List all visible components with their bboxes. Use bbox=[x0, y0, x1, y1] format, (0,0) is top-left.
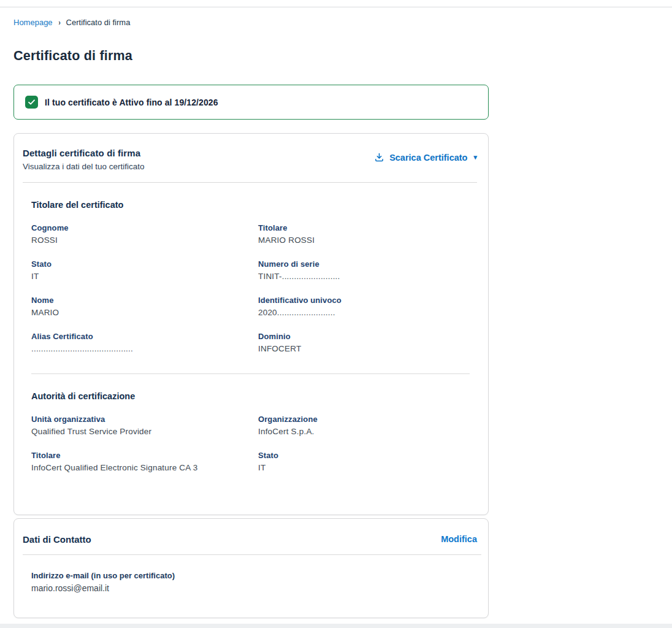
check-icon bbox=[25, 96, 38, 109]
field-titolare: Titolare MARIO ROSSI bbox=[258, 223, 483, 245]
field-value: Qualified Trust Service Provider bbox=[31, 427, 258, 436]
page-title: Certificato di firma bbox=[13, 48, 489, 64]
field-label: Stato bbox=[31, 259, 258, 269]
field-value: IT bbox=[31, 272, 258, 281]
chevron-right-icon: › bbox=[58, 19, 60, 26]
field-label: Dominio bbox=[258, 332, 483, 341]
caret-down-icon[interactable]: ▾ bbox=[473, 154, 477, 161]
field-titolare-ca: Titolare InfoCert Qualified Electronic S… bbox=[31, 451, 258, 472]
email-label: Indirizzo e-mail (in uso per certificato… bbox=[31, 571, 488, 580]
field-label: Stato bbox=[258, 451, 483, 460]
breadcrumb-link-homepage[interactable]: Homepage bbox=[13, 18, 53, 27]
details-card-title: Dettagli certificato di firma bbox=[23, 148, 145, 158]
field-label: Cognome bbox=[31, 223, 258, 232]
certificate-details-card: Dettagli certificato di firma Visualizza… bbox=[13, 133, 489, 515]
field-value: IT bbox=[258, 463, 483, 472]
field-dominio: Dominio INFOCERT bbox=[258, 332, 483, 353]
field-value: TINIT-........................ bbox=[258, 272, 483, 281]
field-value: MARIO ROSSI bbox=[258, 236, 483, 245]
main-content: Homepage › Certificato di firma Certific… bbox=[13, 0, 489, 618]
field-alias-certificato: Alias Certificato ......................… bbox=[31, 332, 258, 353]
download-icon bbox=[374, 152, 384, 163]
edit-contact-button[interactable]: Modifica bbox=[441, 534, 477, 544]
field-stato: Stato IT bbox=[31, 259, 258, 281]
field-value: InfoCert Qualified Electronic Signature … bbox=[31, 463, 258, 472]
field-value: ........................................… bbox=[31, 344, 258, 353]
field-value: INFOCERT bbox=[258, 344, 483, 353]
field-organizzazione: Organizzazione InfoCert S.p.A. bbox=[258, 415, 483, 436]
authority-fields-grid: Unità organizzativa Qualified Trust Serv… bbox=[31, 415, 483, 472]
field-nome: Nome MARIO bbox=[31, 296, 258, 317]
certificate-status-alert: Il tuo certificato è Attivo fino al 19/1… bbox=[13, 85, 489, 120]
field-value: MARIO bbox=[31, 308, 258, 317]
details-card-header: Dettagli certificato di firma Visualizza… bbox=[14, 134, 488, 171]
email-value: mario.rossi@email.it bbox=[31, 583, 488, 593]
header-divider bbox=[23, 182, 477, 183]
field-stato-ca: Stato IT bbox=[258, 451, 483, 472]
contact-card-title: Dati di Contatto bbox=[23, 534, 91, 545]
field-label: Organizzazione bbox=[258, 415, 483, 424]
breadcrumb-current: Certificato di firma bbox=[66, 18, 131, 27]
contact-data-card: Dati di Contatto Modifica Indirizzo e-ma… bbox=[13, 518, 489, 618]
field-label: Alias Certificato bbox=[31, 332, 258, 341]
field-numero-di-serie: Numero di serie TINIT-..................… bbox=[258, 259, 483, 281]
breadcrumb: Homepage › Certificato di firma bbox=[13, 0, 489, 27]
field-label: Titolare bbox=[31, 451, 258, 460]
authority-section-heading: Autorità di certificazione bbox=[31, 391, 483, 401]
download-certificate-button[interactable]: Scarica Certificato ▾ bbox=[374, 152, 477, 163]
field-label: Unità organizzativa bbox=[31, 415, 258, 424]
contact-card-body: Indirizzo e-mail (in uso per certificato… bbox=[14, 555, 488, 593]
field-cognome: Cognome ROSSI bbox=[31, 223, 258, 245]
field-value: 2020........................ bbox=[258, 308, 483, 317]
field-label: Identificativo univoco bbox=[258, 296, 483, 305]
section-certification-authority: Autorità di certificazione Unità organiz… bbox=[14, 391, 488, 472]
field-value: InfoCert S.p.A. bbox=[258, 427, 483, 436]
field-value: ROSSI bbox=[31, 236, 258, 245]
page-bottom-strip bbox=[0, 624, 672, 628]
certificate-status-text: Il tuo certificato è Attivo fino al 19/1… bbox=[45, 98, 218, 107]
field-label: Nome bbox=[31, 296, 258, 305]
download-certificate-label: Scarica Certificato bbox=[389, 153, 467, 163]
section-divider bbox=[31, 373, 470, 374]
details-card-heading-group: Dettagli certificato di firma Visualizza… bbox=[23, 148, 145, 171]
field-identificativo-univoco: Identificativo univoco 2020.............… bbox=[258, 296, 483, 317]
holder-section-heading: Titolare del certificato bbox=[31, 200, 483, 210]
holder-fields-grid: Cognome ROSSI Titolare MARIO ROSSI Stato… bbox=[31, 223, 483, 353]
field-label: Titolare bbox=[258, 223, 483, 232]
field-label: Numero di serie bbox=[258, 259, 483, 269]
contact-card-header: Dati di Contatto Modifica bbox=[14, 519, 488, 545]
section-certificate-holder: Titolare del certificato Cognome ROSSI T… bbox=[14, 200, 488, 353]
field-unita-organizzativa: Unità organizzativa Qualified Trust Serv… bbox=[31, 415, 258, 436]
details-card-subtitle: Visualizza i dati del tuo certificato bbox=[23, 162, 145, 171]
